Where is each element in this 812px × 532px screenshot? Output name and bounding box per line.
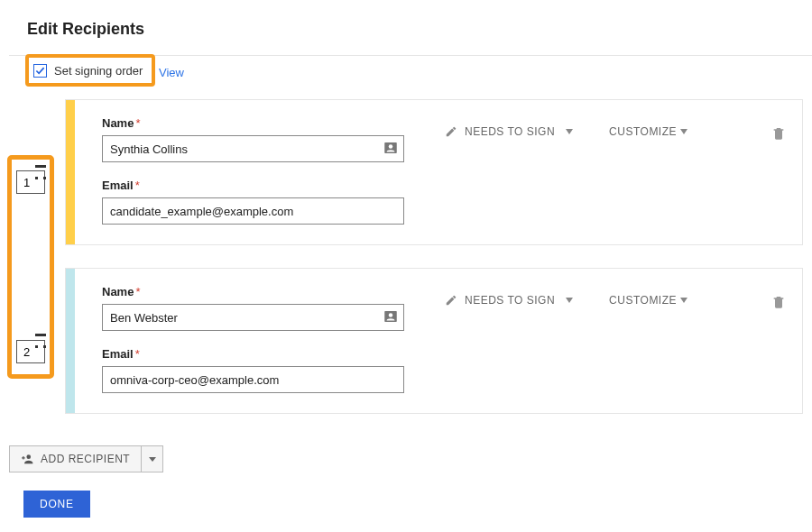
chevron-down-icon <box>149 457 156 462</box>
contact-card-icon[interactable] <box>383 140 399 156</box>
recipient-fields: Name* Email* <box>75 100 445 244</box>
add-recipient-group: ADD RECIPIENT <box>9 445 163 472</box>
recipient-actions: NEEDS TO SIGN CUSTOMIZE <box>445 100 802 244</box>
contact-card-icon[interactable] <box>383 308 399 325</box>
trash-icon[interactable] <box>771 125 786 142</box>
add-user-icon <box>21 453 33 465</box>
top-controls: Set signing order View <box>0 56 812 90</box>
signing-order-highlight: Set signing order <box>25 54 155 87</box>
svg-point-4 <box>26 454 31 459</box>
done-button[interactable]: DONE <box>23 491 90 518</box>
signer-role-label: NEEDS TO SIGN <box>465 294 555 307</box>
drag-handle-icon[interactable] <box>35 165 46 179</box>
name-input[interactable] <box>102 304 404 331</box>
name-input[interactable] <box>102 135 404 162</box>
pencil-icon <box>445 294 457 307</box>
name-label: Name* <box>102 116 427 130</box>
footer: ADD RECIPIENT DONE <box>0 436 812 518</box>
svg-point-3 <box>389 313 393 317</box>
set-signing-order-label: Set signing order <box>54 64 143 78</box>
chevron-down-icon <box>680 129 687 134</box>
customize-label: CUSTOMIZE <box>609 125 677 138</box>
recipients-area: Name* Email* NEEDS TO SIGN CUSTOMIZE <box>0 90 812 414</box>
customize-dropdown[interactable]: CUSTOMIZE <box>609 125 687 138</box>
add-recipient-dropdown[interactable] <box>142 445 163 472</box>
recipient-fields: Name* Email* <box>75 269 445 413</box>
set-signing-order-checkbox[interactable] <box>33 64 47 78</box>
signer-role-label: NEEDS TO SIGN <box>465 125 555 138</box>
drag-handle-icon[interactable] <box>35 334 46 348</box>
add-recipient-button[interactable]: ADD RECIPIENT <box>9 445 142 472</box>
add-recipient-label: ADD RECIPIENT <box>41 453 130 465</box>
email-label: Email* <box>102 347 427 361</box>
recipient-color-bar <box>66 269 75 413</box>
view-link[interactable]: View <box>159 56 184 88</box>
recipient-card: Name* Email* NEEDS TO SIGN CUSTOMIZE <box>65 268 803 414</box>
email-input[interactable] <box>102 366 404 393</box>
signer-role-dropdown[interactable]: NEEDS TO SIGN <box>445 125 573 138</box>
chevron-down-icon <box>566 298 573 303</box>
email-label: Email* <box>102 179 427 192</box>
customize-dropdown[interactable]: CUSTOMIZE <box>609 294 687 307</box>
page-title: Edit Recipients <box>0 0 812 55</box>
pencil-icon <box>445 125 457 138</box>
chevron-down-icon <box>566 129 573 134</box>
signer-role-dropdown[interactable]: NEEDS TO SIGN <box>445 294 573 307</box>
svg-point-1 <box>389 144 393 149</box>
trash-icon[interactable] <box>771 294 786 310</box>
recipient-actions: NEEDS TO SIGN CUSTOMIZE <box>445 269 802 413</box>
email-input[interactable] <box>102 197 404 225</box>
order-rail-highlight <box>7 155 54 379</box>
chevron-down-icon <box>680 298 687 303</box>
customize-label: CUSTOMIZE <box>609 294 677 307</box>
recipient-color-bar <box>66 100 75 244</box>
check-icon <box>35 66 45 76</box>
name-label: Name* <box>102 285 427 298</box>
recipient-card: Name* Email* NEEDS TO SIGN CUSTOMIZE <box>65 99 803 245</box>
